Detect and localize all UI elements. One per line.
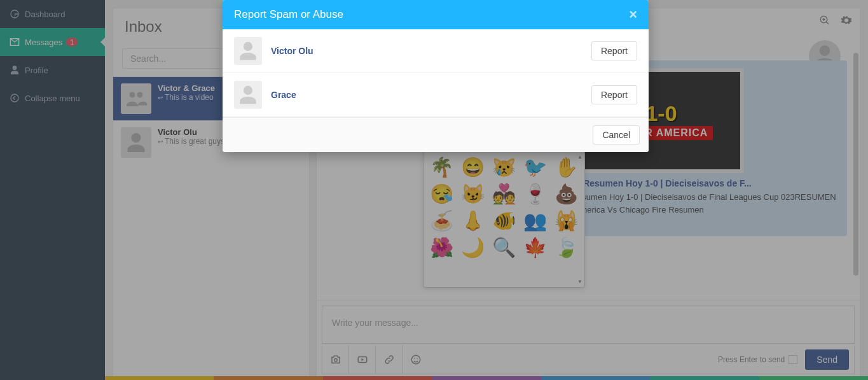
report-button[interactable]: Report (591, 85, 637, 104)
report-button[interactable]: Report (591, 41, 637, 60)
report-user-name[interactable]: Victor Olu (271, 46, 591, 56)
modal-title: Report Spam or Abuse (234, 8, 343, 21)
avatar (234, 81, 262, 109)
report-user-name[interactable]: Grace (271, 90, 591, 100)
report-modal: Report Spam or Abuse × Victor Olu Report… (223, 0, 649, 152)
close-icon[interactable]: × (629, 8, 637, 22)
report-user-row: Victor Olu Report (223, 29, 649, 73)
avatar (234, 37, 262, 65)
cancel-button[interactable]: Cancel (593, 125, 640, 144)
report-user-row: Grace Report (223, 73, 649, 117)
